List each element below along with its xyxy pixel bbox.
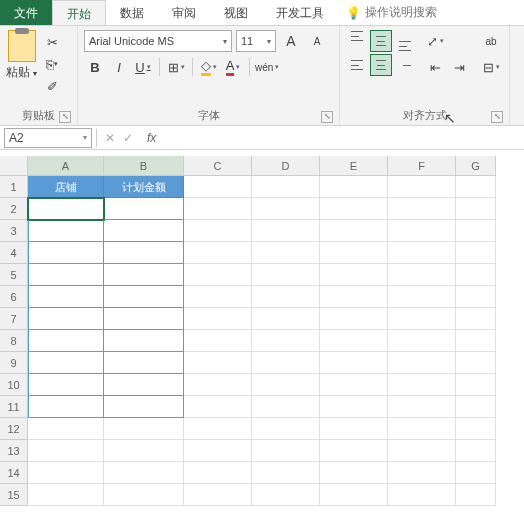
copy-button[interactable]: ⎘▾: [41, 54, 63, 74]
cell-F2[interactable]: [388, 198, 456, 220]
cell-A3[interactable]: [28, 220, 104, 242]
font-launcher[interactable]: ⤡: [321, 111, 333, 123]
cell-F11[interactable]: [388, 396, 456, 418]
italic-button[interactable]: I: [108, 56, 130, 78]
cell-G7[interactable]: [456, 308, 496, 330]
cell-E14[interactable]: [320, 462, 388, 484]
cell-D5[interactable]: [252, 264, 320, 286]
cell-G4[interactable]: [456, 242, 496, 264]
cell-E4[interactable]: [320, 242, 388, 264]
cancel-formula-icon[interactable]: ✕: [105, 131, 115, 145]
cell-B1[interactable]: 计划金额: [104, 176, 184, 198]
cell-E7[interactable]: [320, 308, 388, 330]
tab-review[interactable]: 审阅: [158, 0, 210, 25]
col-header-B[interactable]: B: [104, 156, 184, 176]
cell-G10[interactable]: [456, 374, 496, 396]
alignment-launcher[interactable]: ⤡: [491, 111, 503, 123]
cell-D14[interactable]: [252, 462, 320, 484]
cell-A9[interactable]: [28, 352, 104, 374]
row-header-11[interactable]: 11: [0, 396, 28, 418]
cell-C4[interactable]: [184, 242, 252, 264]
increase-font-button[interactable]: A: [280, 30, 302, 52]
cell-D13[interactable]: [252, 440, 320, 462]
fx-icon[interactable]: fx: [141, 131, 156, 145]
cell-B5[interactable]: [104, 264, 184, 286]
col-header-D[interactable]: D: [252, 156, 320, 176]
merge-center-button[interactable]: ⊟: [480, 56, 502, 78]
cell-G12[interactable]: [456, 418, 496, 440]
cell-B3[interactable]: [104, 220, 184, 242]
decrease-indent-button[interactable]: ⇤: [424, 56, 446, 78]
paste-button[interactable]: 粘贴 ▾: [6, 64, 37, 81]
decrease-font-button[interactable]: A: [306, 30, 328, 52]
cut-button[interactable]: ✂: [41, 32, 63, 52]
cell-C8[interactable]: [184, 330, 252, 352]
cell-B4[interactable]: [104, 242, 184, 264]
row-header-1[interactable]: 1: [0, 176, 28, 198]
cell-A6[interactable]: [28, 286, 104, 308]
cell-G14[interactable]: [456, 462, 496, 484]
cell-D12[interactable]: [252, 418, 320, 440]
cell-C12[interactable]: [184, 418, 252, 440]
cell-C14[interactable]: [184, 462, 252, 484]
formula-input[interactable]: [156, 128, 524, 148]
font-name-combo[interactable]: Arial Unicode MS▾: [84, 30, 232, 52]
cell-F4[interactable]: [388, 242, 456, 264]
cell-A7[interactable]: [28, 308, 104, 330]
underline-button[interactable]: U: [132, 56, 154, 78]
cell-C7[interactable]: [184, 308, 252, 330]
cell-B12[interactable]: [104, 418, 184, 440]
cell-E15[interactable]: [320, 484, 388, 506]
cell-D2[interactable]: [252, 198, 320, 220]
cell-C13[interactable]: [184, 440, 252, 462]
cell-B10[interactable]: [104, 374, 184, 396]
cell-D9[interactable]: [252, 352, 320, 374]
wrap-text-button[interactable]: ab: [480, 30, 502, 52]
name-box[interactable]: A2▾: [4, 128, 92, 148]
cell-A8[interactable]: [28, 330, 104, 352]
cell-B14[interactable]: [104, 462, 184, 484]
row-header-10[interactable]: 10: [0, 374, 28, 396]
cell-E8[interactable]: [320, 330, 388, 352]
cell-D8[interactable]: [252, 330, 320, 352]
align-top-button[interactable]: [346, 30, 368, 52]
col-header-C[interactable]: C: [184, 156, 252, 176]
clipboard-launcher[interactable]: ⤡: [59, 111, 71, 123]
row-header-15[interactable]: 15: [0, 484, 28, 506]
border-button[interactable]: ⊞: [165, 56, 187, 78]
cell-F13[interactable]: [388, 440, 456, 462]
paste-icon[interactable]: [8, 30, 36, 62]
cell-G6[interactable]: [456, 286, 496, 308]
cell-B8[interactable]: [104, 330, 184, 352]
col-header-A[interactable]: A: [28, 156, 104, 176]
row-header-13[interactable]: 13: [0, 440, 28, 462]
row-header-8[interactable]: 8: [0, 330, 28, 352]
cell-G9[interactable]: [456, 352, 496, 374]
row-header-5[interactable]: 5: [0, 264, 28, 286]
cell-A5[interactable]: [28, 264, 104, 286]
phonetic-button[interactable]: wén: [255, 56, 279, 78]
cell-B13[interactable]: [104, 440, 184, 462]
cell-A13[interactable]: [28, 440, 104, 462]
tab-developer[interactable]: 开发工具: [262, 0, 338, 25]
align-middle-button[interactable]: [370, 30, 392, 52]
cell-E1[interactable]: [320, 176, 388, 198]
cell-E3[interactable]: [320, 220, 388, 242]
cell-E10[interactable]: [320, 374, 388, 396]
cell-E5[interactable]: [320, 264, 388, 286]
align-center-button[interactable]: [370, 54, 392, 76]
cell-C11[interactable]: [184, 396, 252, 418]
cell-D6[interactable]: [252, 286, 320, 308]
enter-formula-icon[interactable]: ✓: [123, 131, 133, 145]
increase-indent-button[interactable]: ⇥: [448, 56, 470, 78]
row-header-4[interactable]: 4: [0, 242, 28, 264]
cell-E12[interactable]: [320, 418, 388, 440]
tab-home[interactable]: 开始: [52, 0, 106, 25]
row-header-14[interactable]: 14: [0, 462, 28, 484]
tab-view[interactable]: 视图: [210, 0, 262, 25]
cell-F14[interactable]: [388, 462, 456, 484]
cell-B7[interactable]: [104, 308, 184, 330]
cell-D7[interactable]: [252, 308, 320, 330]
tab-data[interactable]: 数据: [106, 0, 158, 25]
align-right-button[interactable]: [394, 54, 416, 76]
